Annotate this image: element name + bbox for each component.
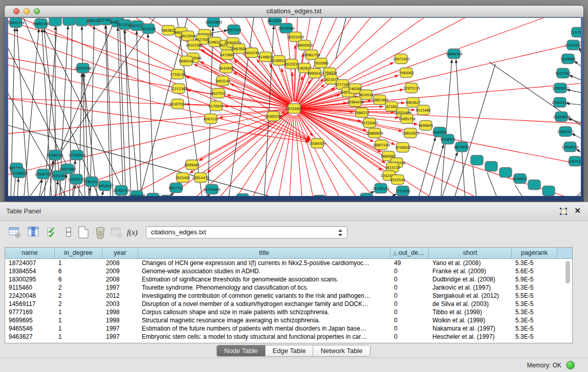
table-cell[interactable]: Hescheler et al. (1997) [429, 333, 512, 341]
table-cell[interactable]: Tourette syndrome. Phenomenology and cla… [138, 283, 390, 292]
table-cell[interactable]: 5.6E-5 [512, 267, 557, 275]
graph-node[interactable]: 17359928 [68, 150, 85, 160]
table-cell[interactable]: 5.9E-5 [512, 275, 557, 283]
table-cell[interactable]: Dudbridge et al. (2008) [429, 275, 512, 283]
graph-node[interactable]: 13495758 [398, 114, 415, 124]
graph-node[interactable]: 7955060 [313, 58, 328, 68]
table-cell[interactable]: 9465546 [5, 324, 55, 333]
column-header-in_degree[interactable]: in_degree [55, 248, 102, 258]
table-cell[interactable]: 1998 [102, 316, 138, 324]
graph-node[interactable]: 8475685 [220, 50, 234, 60]
float-panel-icon[interactable] [559, 207, 568, 215]
graph-node[interactable]: 16782759 [113, 186, 129, 195]
graph-node[interactable]: 12923446 [128, 191, 145, 196]
graph-node[interactable]: 7857224 [226, 25, 242, 35]
table-cell[interactable]: 2 [55, 300, 102, 308]
show-columns-icon[interactable] [27, 226, 40, 239]
table-cell[interactable]: 1997 [102, 324, 138, 333]
citation-edge-black[interactable] [456, 59, 465, 196]
graph-node[interactable]: 62160 [385, 102, 398, 112]
graph-node[interactable]: 9756928 [395, 143, 410, 152]
graph-node[interactable]: 19654923 [402, 128, 419, 138]
table-cell[interactable]: 1 [55, 259, 102, 267]
citation-edge-black[interactable] [579, 47, 581, 56]
graph-node[interactable] [161, 195, 173, 196]
graph-node[interactable]: 15692971 [557, 127, 574, 137]
graph-node[interactable]: 1733426 [395, 186, 410, 196]
table-cell[interactable]: 9777169 [5, 308, 55, 316]
table-cell[interactable]: 5.3E-5 [512, 259, 557, 267]
table-cell[interactable]: 5.3E-5 [512, 324, 557, 333]
table-cell[interactable]: Estimation of the future numbers of pati… [138, 324, 390, 333]
citation-edge-red[interactable] [257, 116, 294, 196]
table-cell[interactable]: 2008 [102, 259, 138, 267]
table-cell[interactable]: Corpus callosum shape and size in male p… [138, 308, 390, 316]
table-cell[interactable]: 0 [390, 275, 429, 283]
column-header-out_de[interactable]: △out_de… [390, 248, 429, 258]
graph-node[interactable]: 15584554 [309, 139, 326, 148]
graph-node[interactable]: 1167534 [568, 157, 581, 166]
citation-edge-red[interactable] [281, 68, 292, 102]
table-cell[interactable]: 6 [55, 267, 102, 275]
graph-node[interactable]: 12213383 [170, 84, 187, 94]
table-row[interactable]: 2242004622012Investigating the contribut… [5, 292, 572, 300]
graph-node[interactable]: 1545194 [51, 171, 67, 181]
graph-node[interactable]: 12505135 [68, 174, 84, 184]
table-cell[interactable]: 1 [55, 308, 102, 316]
citation-edge-black[interactable] [576, 149, 581, 153]
table-cell[interactable]: 0 [390, 292, 429, 300]
citation-edge-black[interactable] [125, 30, 131, 196]
function-builder-icon[interactable]: f(x) [127, 226, 142, 239]
graph-node[interactable]: 16914479 [192, 173, 209, 183]
graph-node[interactable] [147, 193, 159, 196]
graph-node[interactable]: 8427552 [211, 89, 226, 98]
table-cell[interactable]: 49 [390, 259, 429, 267]
citation-edge-black[interactable] [137, 31, 141, 196]
table-cell[interactable]: 0 [390, 267, 429, 275]
table-cell[interactable]: 2 [55, 292, 102, 300]
graph-node[interactable]: 8990441 [307, 69, 322, 78]
table-cell[interactable]: Yano et al. (2008) [429, 259, 512, 267]
network-canvas[interactable]: 1405571420891406106532871527602646616110… [8, 18, 581, 196]
graph-node[interactable]: 16648784 [445, 49, 463, 59]
citation-edge-black[interactable] [473, 166, 477, 196]
graph-node[interactable]: 9242848 [219, 63, 233, 73]
graph-node[interactable]: 15751074 [564, 40, 581, 50]
tab-edge-table[interactable]: Edge Table [266, 345, 314, 356]
graph-node[interactable]: 9227342 [555, 69, 570, 78]
graph-node[interactable]: 9358923 [440, 135, 455, 144]
table-cell[interactable]: Embryonic stem cells: a model to study s… [138, 333, 390, 341]
create-column-icon[interactable] [77, 226, 90, 239]
graph-node[interactable]: 7615526 [141, 24, 156, 34]
graph-node[interactable]: 2718120 [170, 70, 185, 79]
graph-node[interactable]: 7625402 [175, 173, 190, 183]
graph-node[interactable]: 7485063 [399, 68, 413, 78]
graph-node[interactable]: 9857751 [168, 183, 183, 193]
graph-node[interactable] [49, 18, 61, 26]
table-cell[interactable]: 2008 [102, 275, 138, 283]
graph-node[interactable] [313, 195, 325, 196]
table-cell[interactable]: Wolkin et al. (1998) [429, 316, 512, 324]
table-cell[interactable]: 2012 [102, 292, 138, 300]
graph-node-hub[interactable]: 18724007 [286, 104, 302, 114]
table-scrollbar[interactable] [565, 261, 571, 340]
citation-edge-black[interactable] [572, 134, 581, 139]
table-cell[interactable]: 5.3E-5 [512, 316, 557, 324]
window-titlebar[interactable]: citations_edges.txt [5, 6, 583, 17]
graph-node[interactable] [499, 168, 512, 178]
graph-node[interactable]: 12444134 [551, 98, 569, 107]
graph-node[interactable]: 1117345 [570, 28, 581, 37]
table-cell[interactable]: Stergiakouli et al. (2012) [429, 292, 512, 300]
row-options-icon[interactable] [62, 226, 76, 239]
tab-network-table[interactable]: Network Table [313, 345, 369, 356]
graph-node[interactable]: 14055714 [8, 18, 25, 28]
graph-node[interactable] [485, 162, 497, 171]
graph-node[interactable]: 16210643 [553, 112, 570, 122]
graph-node[interactable]: 15720407 [361, 118, 378, 128]
graph-node[interactable]: 18807249 [373, 140, 389, 150]
table-cell[interactable]: Changes of HCN gene expression and I(f) … [138, 259, 390, 267]
table-row[interactable]: 1830029562008Estimation of significance … [5, 275, 572, 283]
citation-edge-black[interactable] [55, 181, 58, 196]
citation-edge-black[interactable] [8, 125, 287, 196]
table-cell[interactable]: Nakamura et al. (1997) [429, 324, 512, 333]
